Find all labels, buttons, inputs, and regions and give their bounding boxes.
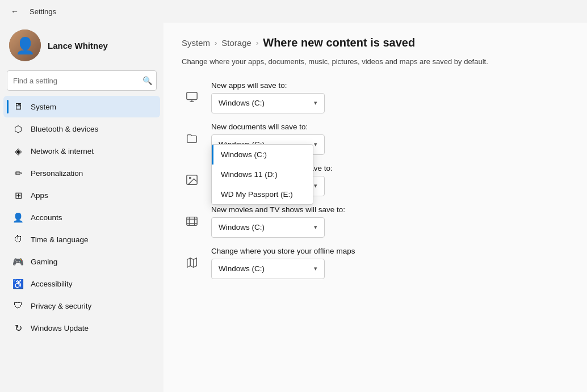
sidebar-label-privacy: Privacy & security [31,302,91,310]
sidebar-label-network: Network & internet [31,147,94,155]
sidebar-item-network[interactable]: ◈ Network & internet [3,140,160,162]
dropdown-option[interactable]: WD My Passport (E:) [212,184,313,204]
save-row-maps: Change where you store your offline maps… [182,247,569,279]
dropdown-value-movies: Windows (C:) [219,223,265,231]
chevron-down-icon: ▾ [314,141,317,148]
svg-rect-0 [187,92,197,100]
sidebar-item-system[interactable]: 🖥 System [3,96,160,117]
chevron-down-icon: ▾ [314,182,317,189]
back-button[interactable]: ← [7,3,23,19]
sidebar-item-bluetooth[interactable]: ⬡ Bluetooth & devices [3,118,160,140]
dropdown-option[interactable]: Windows (C:) [212,145,313,165]
save-row-label-maps: Change where you store your offline maps [211,247,569,255]
dropdown-apps[interactable]: Windows (C:) ▾ [211,93,325,113]
breadcrumb: System › Storage › Where new content is … [182,36,569,49]
sidebar-item-windows-update[interactable]: ↻ Windows Update [3,317,160,339]
chevron-down-icon: ▾ [314,224,317,231]
sidebar-label-personalization: Personalization [31,169,83,178]
apps-icon: ⊞ [12,189,24,201]
accessibility-icon: ♿ [12,278,24,289]
avatar-image: 👤 [9,29,41,61]
user-name: Lance Whitney [48,41,108,50]
sidebar-label-bluetooth: Bluetooth & devices [31,125,98,133]
network-icon: ◈ [12,145,24,157]
gaming-icon: 🎮 [12,256,24,267]
dropdown-value-maps: Windows (C:) [219,264,265,273]
sidebar-label-accessibility: Accessibility [31,280,73,288]
sidebar-label-time: Time & language [31,235,89,244]
documents-icon [182,128,202,149]
accounts-icon: 👤 [12,212,24,223]
breadcrumb-storage[interactable]: Storage [221,38,251,48]
dropdown-option[interactable]: Windows 11 (D:) [212,165,313,184]
avatar: 👤 [9,29,41,61]
svg-rect-5 [187,217,197,226]
window-title: Settings [30,7,56,16]
movies-icon [182,211,202,231]
sidebar-item-accessibility[interactable]: ♿ Accessibility [3,273,160,294]
sidebar-item-gaming[interactable]: 🎮 Gaming [3,251,160,272]
titlebar: ← Settings [0,0,587,23]
main-container: 👤 Lance Whitney 🔍 🖥 System ⬡ Bluetooth &… [0,23,587,392]
sidebar-label-windows-update: Windows Update [31,324,89,332]
sidebar-label-apps: Apps [31,191,48,200]
svg-point-4 [189,177,191,179]
save-row-label-apps: New apps will save to: [211,81,569,90]
save-row-label-movies: New movies and TV shows will save to: [211,205,569,214]
search-icon: 🔍 [142,76,152,85]
system-icon: 🖥 [12,101,24,112]
maps-icon [182,252,202,273]
save-row-movies: New movies and TV shows will save to: Wi… [182,205,569,238]
photos-icon [182,170,202,190]
dropdown-menu-documents: Windows (C:) Windows 11 (D:) WD My Passp… [211,144,313,205]
time-icon: ⏱ [12,234,24,245]
page-description: Change where your apps, documents, music… [182,56,569,68]
save-row-documents: New documents will save to: Windows (C:)… [182,123,569,155]
sidebar-item-personalization[interactable]: ✏ Personalization [3,162,160,184]
bluetooth-icon: ⬡ [12,123,24,134]
svg-marker-10 [187,258,197,268]
sidebar-label-gaming: Gaming [31,258,57,266]
save-rows-container: New apps will save to: Windows (C:) ▾ Ne… [182,81,569,279]
sidebar-label-system: System [31,103,56,111]
nav-list: 🖥 System ⬡ Bluetooth & devices ◈ Network… [0,95,163,339]
breadcrumb-current: Where new content is saved [263,36,415,49]
personalization-icon: ✏ [12,167,24,179]
sidebar-item-accounts[interactable]: 👤 Accounts [3,206,160,228]
chevron-down-icon: ▾ [314,265,317,272]
apps-icon [182,87,202,107]
privacy-icon: 🛡 [12,300,24,311]
sidebar-item-apps[interactable]: ⊞ Apps [3,184,160,206]
search-input[interactable] [7,70,157,91]
save-row-apps: New apps will save to: Windows (C:) ▾ [182,81,569,113]
sidebar-item-time[interactable]: ⏱ Time & language [3,229,160,250]
breadcrumb-system[interactable]: System [182,38,210,48]
chevron-down-icon: ▾ [314,99,317,107]
content-area: System › Storage › Where new content is … [163,23,587,392]
save-row-content-movies: New movies and TV shows will save to: Wi… [211,205,569,238]
save-row-label-documents: New documents will save to: [211,123,569,131]
search-box: 🔍 [7,70,157,91]
save-row-content-maps: Change where you store your offline maps… [211,247,569,279]
save-row-content-apps: New apps will save to: Windows (C:) ▾ [211,81,569,113]
user-profile[interactable]: 👤 Lance Whitney [0,23,163,70]
dropdown-maps[interactable]: Windows (C:) ▾ [211,259,325,279]
sidebar-item-privacy[interactable]: 🛡 Privacy & security [3,295,160,317]
sidebar: 👤 Lance Whitney 🔍 🖥 System ⬡ Bluetooth &… [0,23,163,392]
dropdown-value-apps: Windows (C:) [219,99,265,107]
sidebar-label-accounts: Accounts [31,213,62,222]
save-row-content-documents: New documents will save to: Windows (C:)… [211,123,569,155]
windows-update-icon: ↻ [12,322,24,334]
breadcrumb-sep-1: › [215,39,217,47]
breadcrumb-sep-2: › [256,39,258,47]
dropdown-movies[interactable]: Windows (C:) ▾ [211,217,325,238]
